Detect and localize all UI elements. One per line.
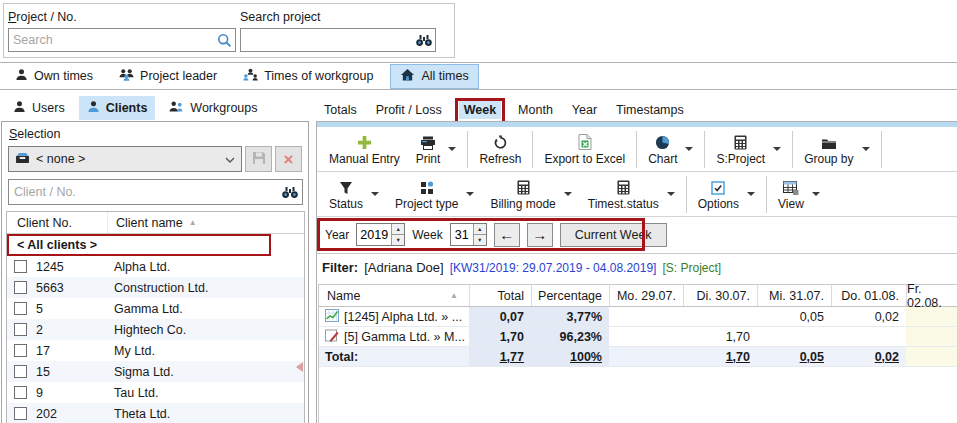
refresh-button[interactable]: Refresh: [471, 129, 529, 169]
group-by-button[interactable]: Group by: [796, 129, 861, 169]
s-project-dropdown-caret[interactable]: [773, 147, 781, 155]
binoculars-icon[interactable]: [413, 34, 435, 47]
results-table-header: Name▲ Total Percentage Mo. 29.07. Di. 30…: [319, 285, 957, 307]
save-selection-button[interactable]: [245, 146, 272, 172]
list-item[interactable]: 9Tau Ltd.: [7, 382, 304, 403]
list-item[interactable]: 2Hightech Co.: [7, 319, 304, 340]
all-clients-row[interactable]: < All clients >: [7, 234, 304, 256]
column-header-percentage[interactable]: Percentage: [531, 285, 609, 306]
timest-status-dropdown-caret[interactable]: [667, 192, 675, 200]
row-value-cell: [757, 327, 831, 346]
tab-month[interactable]: Month: [516, 101, 555, 119]
client-checkbox[interactable]: [14, 323, 27, 336]
binoculars-icon[interactable]: [278, 186, 302, 199]
list-item[interactable]: 1245Alpha Ltd.: [7, 256, 304, 277]
week-up-icon[interactable]: ▲: [474, 224, 486, 234]
column-header-do[interactable]: Do. 01.08.: [831, 285, 906, 306]
project-type-button[interactable]: Project type: [387, 174, 466, 214]
view-dropdown-caret[interactable]: [812, 192, 820, 200]
column-header-client-name[interactable]: Client name ▲: [107, 212, 304, 233]
options-dropdown-caret[interactable]: [747, 192, 755, 200]
week-input[interactable]: [451, 224, 473, 245]
client-checkbox[interactable]: [14, 407, 27, 420]
list-item[interactable]: 202Theta Ltd.: [7, 403, 304, 423]
client-no: 5: [27, 302, 106, 316]
filter-summary: Filter: [Adriana Doe] [KW31/2019: 29.07.…: [322, 260, 721, 278]
tab-profit-loss[interactable]: Profit / Loss: [374, 101, 444, 119]
search-project-input[interactable]: [241, 30, 413, 50]
plus-icon: [357, 133, 372, 150]
column-header-di[interactable]: Di. 30.07.: [683, 285, 757, 306]
status-dropdown-caret[interactable]: [371, 192, 379, 200]
column-header-total[interactable]: Total: [469, 285, 531, 306]
arrow-left-icon: ←: [499, 227, 514, 242]
list-item[interactable]: 17My Ltd.: [7, 340, 304, 361]
billing-mode-button[interactable]: Billing mode: [482, 174, 563, 214]
column-header-client-no[interactable]: Client No.: [7, 216, 107, 230]
project-search-input[interactable]: [9, 30, 213, 50]
client-checkbox[interactable]: [14, 344, 27, 357]
print-button[interactable]: Print: [408, 129, 449, 169]
status-button[interactable]: Status: [321, 174, 371, 214]
list-item[interactable]: 15Sigma Ltd.: [7, 361, 304, 382]
week-label: Week: [412, 228, 442, 242]
previous-week-button[interactable]: ←: [494, 223, 520, 247]
chart-dropdown-caret[interactable]: [685, 147, 693, 155]
tab-project-leader[interactable]: Project leader: [110, 65, 226, 87]
delete-selection-button[interactable]: ×: [275, 146, 302, 172]
tab-totals[interactable]: Totals: [322, 101, 359, 119]
week-stepper[interactable]: ▲▼: [450, 223, 487, 246]
tab-timestamps[interactable]: Timestamps: [614, 101, 686, 119]
client-checkbox[interactable]: [14, 365, 27, 378]
client-checkbox[interactable]: [14, 260, 27, 273]
column-header-mi[interactable]: Mi. 31.07.: [757, 285, 831, 306]
tab-week[interactable]: Week: [459, 101, 501, 119]
tab-workgroups[interactable]: Workgroups: [161, 96, 265, 120]
project-type-icon: [420, 178, 434, 195]
view-button[interactable]: View: [770, 174, 812, 214]
client-checkbox[interactable]: [14, 386, 27, 399]
week-down-icon[interactable]: ▼: [474, 234, 486, 245]
print-dropdown-caret[interactable]: [448, 147, 456, 155]
group-by-dropdown-caret[interactable]: [862, 147, 870, 155]
row-value-cell: [683, 307, 757, 326]
year-down-icon[interactable]: ▼: [392, 234, 404, 245]
timest-status-button[interactable]: Timest.status: [580, 174, 667, 214]
tab-clients[interactable]: Clients: [79, 96, 156, 120]
manual-entry-button[interactable]: Manual Entry: [321, 129, 408, 169]
tab-own-times[interactable]: Own times: [6, 65, 102, 87]
column-header-name[interactable]: Name▲: [319, 285, 469, 306]
tab-users[interactable]: Users: [5, 96, 73, 120]
current-week-button[interactable]: Current Week: [560, 223, 667, 247]
selection-tab-bar: Users Clients Workgroups: [0, 95, 266, 121]
tab-all-times[interactable]: All times: [390, 64, 478, 89]
column-header-fr[interactable]: Fr. 02.08.: [906, 285, 957, 306]
year-up-icon[interactable]: ▲: [392, 224, 404, 234]
year-input[interactable]: [357, 224, 391, 245]
user-icon: [13, 100, 26, 116]
list-item[interactable]: 5Gamma Ltd.: [7, 298, 304, 319]
client-filter-input[interactable]: [9, 185, 278, 199]
toolbar-separator: [532, 131, 533, 168]
year-stepper[interactable]: ▲▼: [356, 223, 405, 246]
tab-times-of-workgroup[interactable]: Times of workgroup: [234, 65, 382, 87]
tab-year[interactable]: Year: [570, 101, 599, 119]
search-icon[interactable]: [213, 33, 235, 48]
client-checkbox[interactable]: [14, 302, 27, 315]
table-row[interactable]: [1245] Alpha Ltd. » ...0,073,77%0,050,02: [319, 307, 957, 327]
export-to-excel-button[interactable]: Export to Excel: [536, 129, 633, 169]
chart-button[interactable]: Chart: [640, 129, 685, 169]
results-body: [1245] Alpha Ltd. » ...0,073,77%0,050,02…: [319, 307, 957, 367]
s-project-button[interactable]: S:Project: [708, 129, 773, 169]
selection-dropdown[interactable]: < none >: [8, 146, 242, 172]
client-checkbox[interactable]: [14, 281, 27, 294]
column-header-mo[interactable]: Mo. 29.07.: [609, 285, 683, 306]
row-value-cell: [609, 307, 683, 326]
billing-mode-dropdown-caret[interactable]: [564, 192, 572, 200]
options-button[interactable]: Options: [690, 174, 747, 214]
next-week-button[interactable]: →: [527, 223, 553, 247]
row-value-cell: [906, 327, 957, 346]
list-item[interactable]: 5663Construction Ltd.: [7, 277, 304, 298]
table-row[interactable]: [5] Gamma Ltd. » M...1,7096,23%1,70: [319, 327, 957, 347]
project-type-dropdown-caret[interactable]: [466, 192, 474, 200]
